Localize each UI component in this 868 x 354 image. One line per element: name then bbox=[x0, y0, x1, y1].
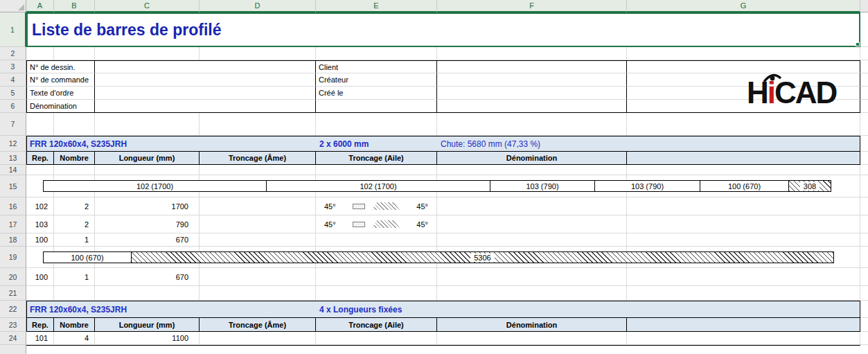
cell-longueur[interactable]: 670 bbox=[95, 268, 200, 286]
cell-nombre[interactable]: 4 bbox=[54, 332, 95, 345]
cell-troncage-aile[interactable]: 45° 45° bbox=[316, 197, 437, 215]
column-header-d[interactable]: D bbox=[200, 0, 316, 12]
cell-troncage-aile[interactable] bbox=[316, 332, 437, 345]
cell-longueur[interactable]: 790 bbox=[95, 215, 200, 233]
cell-troncage-ame[interactable] bbox=[200, 233, 316, 247]
row-header-5[interactable]: 5 bbox=[0, 87, 26, 100]
cell-denomination[interactable] bbox=[437, 215, 627, 233]
row-header-7[interactable]: 7 bbox=[0, 113, 26, 136]
cell-rep[interactable]: 100 bbox=[26, 233, 54, 247]
column-header-g[interactable]: G bbox=[627, 0, 860, 12]
cell-troncage-aile[interactable]: 45° 45° bbox=[316, 215, 437, 233]
row-header-23[interactable]: 23 bbox=[0, 318, 26, 332]
header-troncage-aile[interactable]: Troncage (Aile) bbox=[316, 152, 437, 165]
cell[interactable] bbox=[54, 47, 95, 60]
cell[interactable] bbox=[316, 165, 437, 175]
cell-creator-value[interactable] bbox=[437, 73, 627, 87]
row-header-19[interactable]: 19 bbox=[0, 247, 26, 268]
cell-troncage-aile[interactable] bbox=[316, 268, 437, 286]
header-troncage-ame[interactable]: Troncage (Âme) bbox=[200, 318, 316, 332]
cell-troncage-aile[interactable] bbox=[316, 233, 437, 247]
cell-client-label[interactable]: Client bbox=[316, 60, 437, 73]
row-header-6[interactable]: 6 bbox=[0, 100, 26, 113]
header-denomination[interactable]: Dénomination bbox=[437, 318, 627, 332]
fill-handle[interactable] bbox=[856, 42, 860, 46]
header-rep[interactable]: Rep. bbox=[26, 152, 54, 165]
cell[interactable] bbox=[54, 113, 95, 136]
cell-nombre[interactable]: 1 bbox=[54, 268, 95, 286]
section1-band[interactable]: FRR 120x60x4, S235JRH 2 x 6000 mm Chute:… bbox=[26, 136, 860, 152]
cell[interactable] bbox=[627, 165, 860, 175]
cell-rep[interactable]: 103 bbox=[26, 215, 54, 233]
row-header-13[interactable]: 13 bbox=[0, 152, 26, 165]
cell-drawing-label[interactable]: N° de dessin. bbox=[26, 60, 95, 73]
row-header-21[interactable]: 21 bbox=[0, 286, 26, 301]
cell[interactable] bbox=[95, 47, 200, 60]
row-header-4[interactable]: 4 bbox=[0, 73, 26, 87]
column-header-c[interactable]: C bbox=[95, 0, 200, 12]
row-header-2[interactable]: 2 bbox=[0, 47, 26, 60]
cell[interactable] bbox=[627, 332, 860, 345]
cell[interactable] bbox=[437, 113, 627, 136]
row-header-14[interactable]: 14 bbox=[0, 165, 26, 175]
cell[interactable] bbox=[54, 286, 95, 301]
header-nombre[interactable]: Nombre bbox=[54, 318, 95, 332]
cell-troncage-ame[interactable] bbox=[200, 215, 316, 233]
cell-nombre[interactable]: 2 bbox=[54, 197, 95, 215]
header-rep[interactable]: Rep. bbox=[26, 318, 54, 332]
cell[interactable] bbox=[627, 113, 860, 136]
title-cell[interactable]: Liste de barres de profilé bbox=[26, 12, 860, 47]
cell[interactable] bbox=[316, 113, 437, 136]
cell-order-value[interactable] bbox=[95, 73, 316, 87]
cell-creator-label[interactable]: Créateur bbox=[316, 73, 437, 87]
header-troncage-ame[interactable]: Troncage (Âme) bbox=[200, 152, 316, 165]
cell-denomination-label[interactable]: Dénomination bbox=[26, 100, 95, 113]
row-header-12[interactable]: 12 bbox=[0, 136, 26, 152]
cell-rep[interactable]: 100 bbox=[26, 268, 54, 286]
cell-longueur[interactable]: 670 bbox=[95, 233, 200, 247]
cell[interactable] bbox=[26, 113, 54, 136]
cell[interactable] bbox=[95, 165, 200, 175]
cell-longueur[interactable]: 1700 bbox=[95, 197, 200, 215]
row-header-25[interactable] bbox=[0, 345, 26, 354]
cell[interactable] bbox=[200, 47, 316, 60]
cell[interactable] bbox=[316, 47, 437, 60]
cell[interactable] bbox=[26, 165, 54, 175]
row-header-17[interactable]: 17 bbox=[0, 215, 26, 233]
column-header-e[interactable]: E bbox=[316, 0, 437, 12]
cell-nombre[interactable]: 1 bbox=[54, 233, 95, 247]
row-header-16[interactable]: 16 bbox=[0, 197, 26, 215]
cell-troncage-ame[interactable] bbox=[200, 197, 316, 215]
column-header-b[interactable]: B bbox=[54, 0, 95, 12]
column-header-a[interactable]: A bbox=[26, 0, 54, 12]
cell[interactable] bbox=[627, 286, 860, 301]
cell-longueur[interactable]: 1100 bbox=[95, 332, 200, 345]
cell[interactable] bbox=[200, 286, 316, 301]
cell[interactable] bbox=[627, 215, 860, 233]
cell-denomination[interactable] bbox=[437, 332, 627, 345]
cell[interactable] bbox=[627, 233, 860, 247]
cell-troncage-ame[interactable] bbox=[200, 268, 316, 286]
cell[interactable] bbox=[437, 100, 627, 113]
cell-client-value[interactable] bbox=[437, 60, 627, 73]
cell-created-value[interactable] bbox=[437, 87, 627, 100]
cell-drawing-value[interactable] bbox=[95, 60, 316, 73]
cell[interactable] bbox=[437, 286, 627, 301]
section2-band[interactable]: FRR 120x60x4, S235JRH 4 x Longueurs fixé… bbox=[26, 301, 860, 318]
row-header-18[interactable]: 18 bbox=[0, 233, 26, 247]
header-nombre[interactable]: Nombre bbox=[54, 152, 95, 165]
header-denomination[interactable]: Dénomination bbox=[437, 152, 627, 165]
cell[interactable] bbox=[26, 47, 54, 60]
row-header-20[interactable]: 20 bbox=[0, 268, 26, 286]
column-header-f[interactable]: F bbox=[437, 0, 627, 12]
cell[interactable] bbox=[54, 165, 95, 175]
cell-order-label[interactable]: N° de commande bbox=[26, 73, 95, 87]
select-all-corner[interactable] bbox=[0, 0, 26, 12]
cell[interactable] bbox=[95, 113, 200, 136]
header-empty[interactable] bbox=[627, 152, 860, 165]
cell-rep[interactable]: 102 bbox=[26, 197, 54, 215]
cell[interactable] bbox=[627, 47, 860, 60]
cell[interactable] bbox=[627, 268, 860, 286]
cell-created-label[interactable]: Créé le bbox=[316, 87, 437, 100]
cell-nombre[interactable]: 2 bbox=[54, 215, 95, 233]
